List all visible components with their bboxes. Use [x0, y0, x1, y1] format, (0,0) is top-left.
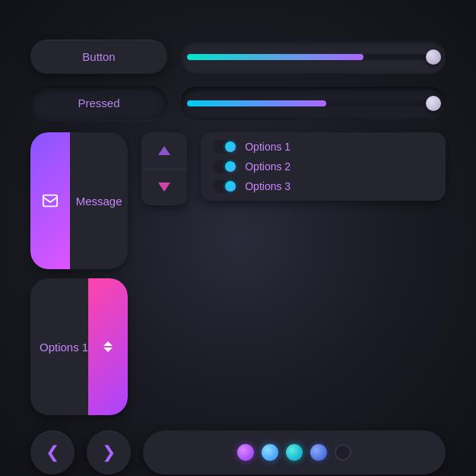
row-message-options: Message Options 1 Options 1 [30, 132, 446, 415]
slider-2[interactable] [181, 87, 446, 120]
message-button[interactable]: Message [30, 132, 128, 269]
slider-thumb-1[interactable] [426, 49, 441, 65]
slider-thumb-2[interactable] [426, 96, 441, 111]
envelope-icon [42, 192, 59, 209]
chevron-up-icon [158, 146, 170, 155]
dot-2[interactable] [262, 444, 278, 461]
sort-icon [100, 339, 116, 354]
option-label-1: Options 1 [245, 141, 290, 153]
svg-marker-1 [103, 341, 113, 346]
dots-bar[interactable] [143, 430, 446, 474]
spinner-up-button[interactable] [141, 132, 187, 169]
dot-3[interactable] [286, 444, 303, 461]
slider-1[interactable] [181, 40, 446, 74]
next-button[interactable]: ❯ [87, 430, 131, 474]
option-item-2[interactable]: Options 2 [213, 160, 433, 173]
slider-fill-2 [187, 100, 326, 106]
button-pressed[interactable]: Pressed [30, 86, 167, 120]
toggle-2[interactable] [213, 160, 237, 173]
row-button-slider: Button [30, 40, 446, 74]
toggle-1[interactable] [213, 140, 237, 154]
dot-5[interactable] [335, 444, 351, 461]
chevron-down-icon [158, 182, 170, 192]
slider-track-2 [187, 100, 440, 106]
message-label: Message [70, 195, 128, 208]
spinner-control [141, 132, 187, 205]
option-item-3[interactable]: Options 3 [213, 179, 433, 193]
option-item-1[interactable]: Options 1 [213, 140, 433, 154]
option-label-2: Options 2 [245, 160, 290, 173]
row-pressed-slider: Pressed [30, 86, 446, 120]
option-label-3: Options 3 [245, 180, 290, 192]
dot-4[interactable] [310, 444, 327, 461]
svg-rect-0 [43, 195, 57, 207]
spinner-down-button[interactable] [141, 170, 187, 206]
bottom-row: ❮ ❯ [30, 430, 446, 474]
slider-track-1 [187, 54, 440, 60]
dropdown-icon-wrap [88, 278, 128, 415]
svg-marker-2 [103, 347, 113, 352]
dropdown-options1[interactable]: Options 1 [30, 278, 128, 415]
toggle-3[interactable] [213, 179, 237, 193]
message-icon-wrap [30, 132, 70, 269]
slider-fill-1 [187, 54, 363, 60]
options-panel: Options 1 Options 2 Options 3 [201, 132, 446, 201]
prev-button[interactable]: ❮ [30, 430, 75, 474]
dropdown-label: Options 1 [30, 341, 88, 354]
dot-1[interactable] [237, 444, 254, 461]
button-primary[interactable]: Button [30, 40, 167, 74]
